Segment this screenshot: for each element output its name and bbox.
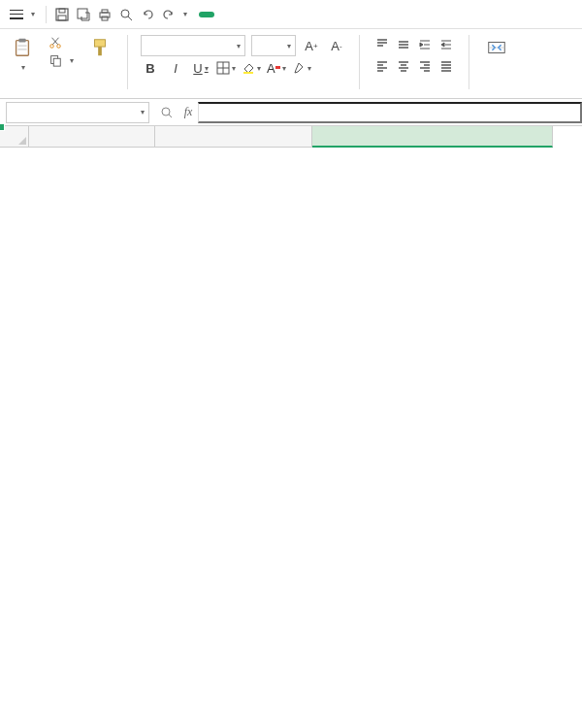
- merge-button[interactable]: [482, 35, 511, 62]
- col-header-A[interactable]: [29, 126, 155, 148]
- font-select[interactable]: ▾: [141, 35, 245, 56]
- decrease-font-button[interactable]: A-: [327, 36, 346, 55]
- svg-rect-8: [16, 41, 29, 56]
- align-top-button[interactable]: [372, 35, 392, 54]
- highlight-button[interactable]: ▾: [292, 58, 311, 78]
- svg-rect-5: [102, 10, 108, 13]
- fill-color-button[interactable]: ▾: [242, 58, 261, 78]
- decrease-indent-button[interactable]: [436, 35, 456, 54]
- separator: [469, 35, 469, 89]
- col-header-B[interactable]: [155, 126, 312, 148]
- svg-rect-15: [53, 58, 60, 66]
- column-headers: [29, 126, 553, 148]
- undo-icon[interactable]: [139, 6, 156, 23]
- tab-data[interactable]: [315, 12, 331, 17]
- cut-button[interactable]: [47, 35, 76, 50]
- svg-rect-9: [18, 39, 25, 43]
- ribbon-tabs: [199, 12, 360, 17]
- copy-button[interactable]: ▾: [47, 52, 76, 68]
- separator: [359, 35, 360, 89]
- align-middle-button[interactable]: [394, 35, 413, 54]
- align-right-button[interactable]: [415, 56, 435, 76]
- format-painter-button[interactable]: [85, 35, 114, 62]
- border-button[interactable]: ▾: [216, 58, 236, 78]
- file-menu[interactable]: ▾: [6, 8, 39, 21]
- separator: [46, 6, 47, 23]
- redo-icon[interactable]: [160, 6, 178, 23]
- bold-button[interactable]: B: [141, 58, 160, 78]
- separator: [127, 35, 128, 89]
- menubar: ▾ ▾: [0, 0, 582, 29]
- align-left-button[interactable]: [372, 56, 392, 76]
- qat-dropdown[interactable]: ▾: [183, 10, 187, 18]
- hamburger-icon: [10, 10, 23, 19]
- font-size-select[interactable]: ▾: [251, 35, 296, 56]
- save-icon[interactable]: [53, 6, 71, 23]
- col-header-C[interactable]: [312, 126, 553, 148]
- print-preview-icon[interactable]: [117, 6, 135, 23]
- alignment-group: [372, 35, 456, 76]
- svg-point-7: [121, 10, 129, 17]
- svg-rect-16: [95, 40, 106, 47]
- increase-font-button[interactable]: A+: [302, 36, 321, 55]
- underline-button[interactable]: U▾: [191, 58, 210, 78]
- ribbon: ▾ ▾ ▾ ▾ A+ A- B I U▾ ▾ ▾ A▾ ▾: [0, 29, 582, 99]
- increase-indent-button[interactable]: [415, 35, 435, 54]
- svg-rect-2: [58, 16, 66, 20]
- align-justify-button[interactable]: [436, 56, 456, 76]
- tab-review[interactable]: [344, 12, 360, 17]
- svg-point-21: [162, 108, 170, 116]
- svg-rect-3: [78, 9, 87, 18]
- formula-bar-row: ▾ fx: [0, 99, 582, 126]
- select-all-corner[interactable]: [0, 126, 29, 148]
- svg-point-13: [57, 45, 61, 49]
- svg-rect-19: [243, 72, 253, 74]
- print-icon[interactable]: [96, 6, 113, 23]
- svg-point-12: [50, 45, 54, 49]
- formula-bar[interactable]: [198, 102, 582, 123]
- svg-rect-11: [17, 49, 26, 50]
- cancel-icon[interactable]: [155, 104, 178, 121]
- tab-layout[interactable]: [257, 12, 273, 17]
- svg-rect-1: [59, 9, 65, 13]
- fx-icon[interactable]: fx: [178, 105, 198, 119]
- svg-rect-17: [98, 47, 102, 55]
- italic-button[interactable]: I: [166, 58, 185, 78]
- tab-formula[interactable]: [286, 12, 302, 17]
- chevron-down-icon: ▾: [31, 10, 35, 18]
- tab-home[interactable]: [199, 12, 214, 17]
- name-box[interactable]: ▾: [6, 102, 149, 123]
- tab-insert[interactable]: [228, 12, 243, 17]
- paste-button[interactable]: ▾: [8, 35, 37, 74]
- font-color-button[interactable]: A▾: [267, 58, 286, 78]
- svg-rect-10: [17, 45, 26, 47]
- save-as-icon[interactable]: [75, 6, 92, 23]
- align-center-button[interactable]: [394, 56, 413, 76]
